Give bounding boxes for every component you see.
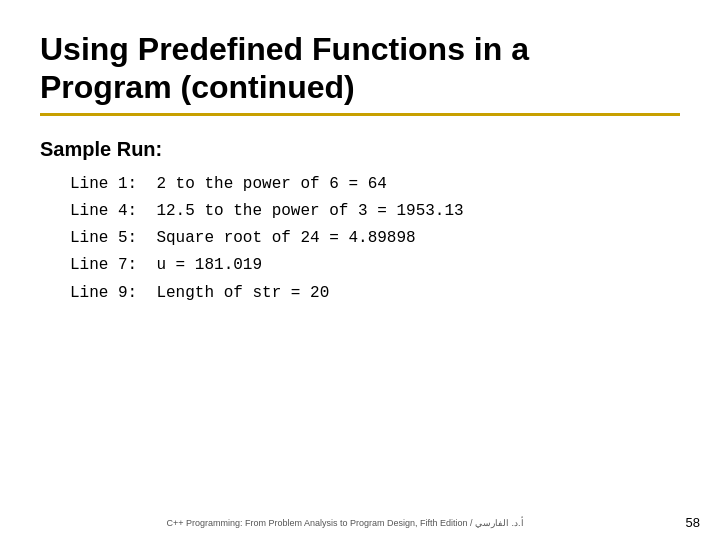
code-line-1: Line 1: 2 to the power of 6 = 64: [70, 171, 680, 198]
footer-page-number: 58: [670, 515, 700, 530]
sample-run-text: Sample Run: [40, 138, 156, 160]
code-line-2: Line 4: 12.5 to the power of 3 = 1953.13: [70, 198, 680, 225]
code-line-5: Line 9: Length of str = 20: [70, 280, 680, 307]
code-line-3: Line 5: Square root of 24 = 4.89898: [70, 225, 680, 252]
footer-text: C++ Programming: From Problem Analysis t…: [20, 518, 670, 528]
sample-run-colon: :: [156, 138, 163, 160]
sample-run-section: Sample Run: Line 1: 2 to the power of 6 …: [40, 138, 680, 307]
footer: C++ Programming: From Problem Analysis t…: [0, 515, 720, 530]
slide-container: Using Predefined Functions in a Program …: [0, 0, 720, 540]
title-line2: Program (continued): [40, 69, 355, 105]
title-section: Using Predefined Functions in a Program …: [40, 30, 680, 116]
code-line-4: Line 7: u = 181.019: [70, 252, 680, 279]
title-line1: Using Predefined Functions in a: [40, 31, 529, 67]
title-underline: [40, 113, 680, 116]
slide-title: Using Predefined Functions in a Program …: [40, 30, 680, 107]
code-block: Line 1: 2 to the power of 6 = 64 Line 4:…: [70, 171, 680, 307]
sample-run-label: Sample Run:: [40, 138, 680, 161]
